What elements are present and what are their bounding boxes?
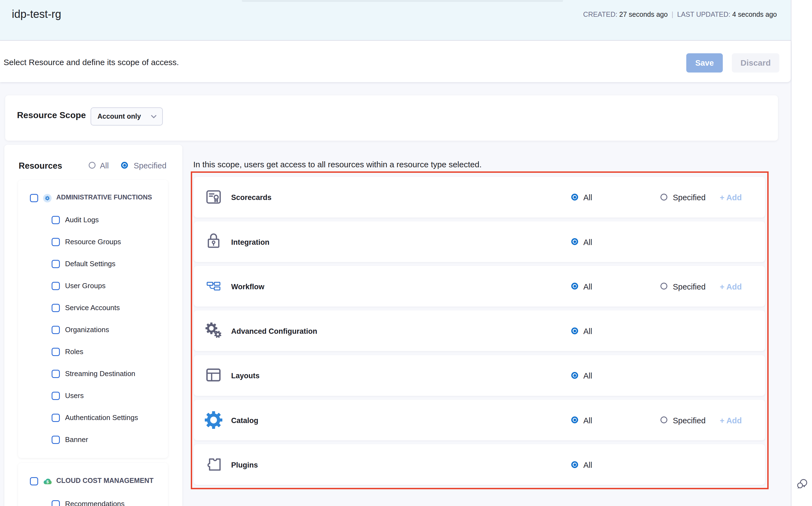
svg-text:$: $ <box>46 479 49 484</box>
